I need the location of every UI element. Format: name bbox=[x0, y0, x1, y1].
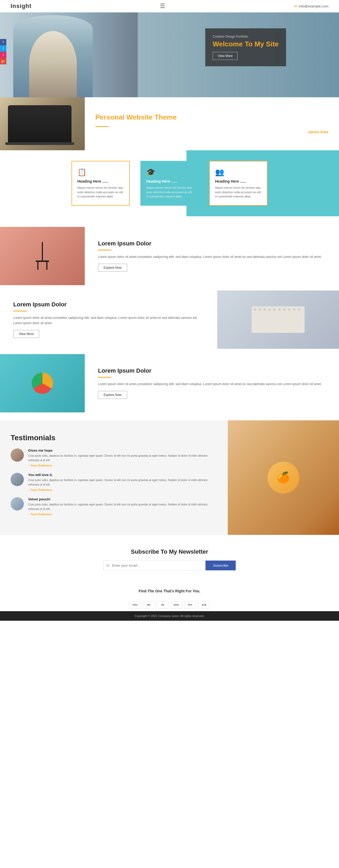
newsletter-email-input[interactable] bbox=[104, 561, 205, 570]
newsletter-subscribe-button[interactable]: Subscribe bbox=[205, 561, 236, 570]
payment-visa: VISA bbox=[129, 601, 141, 609]
feature-heading-2: Heading Here ...... bbox=[146, 179, 193, 183]
feature-text-3: Itaque earum rerum hic tenetur aqu iusto… bbox=[215, 186, 262, 199]
feature-card-2: 🎓 Heading Here ...... Itaque earum rerum… bbox=[140, 161, 199, 206]
newsletter-input-wrap: ✉ bbox=[103, 561, 205, 570]
header-email: ✉ info@example.com bbox=[294, 4, 329, 9]
view-more-button-2[interactable]: View More bbox=[13, 330, 39, 338]
content-image-1 bbox=[0, 227, 85, 285]
testimonials-right-image: 🍊 bbox=[228, 420, 339, 535]
ball-illustration bbox=[32, 373, 53, 394]
hero-title: Welcome To My Site bbox=[213, 40, 279, 48]
content-desc-3: Lorem ipsum dolor sit amet,consetetur sa… bbox=[98, 381, 326, 387]
content-block-3: Lorem Ipsum Dolor Lorem ipsum dolor sit … bbox=[0, 354, 339, 412]
footer-copyright: Copyright © 2021 Company name. All right… bbox=[0, 611, 339, 621]
feature-card-3: 👥 Heading Here ...... Itaque earum rerum… bbox=[209, 161, 268, 206]
content-image-3 bbox=[0, 354, 85, 412]
features-section: 📋 Heading Here ...... Itaque earum rerum… bbox=[0, 150, 339, 216]
feature-text-2: Itaque earum rerum hic tenetur aqu iusto… bbox=[146, 186, 193, 199]
content-text-2: Lorem Ipsum Dolor Lorem ipsum dolor sit … bbox=[0, 293, 217, 346]
personal-section: Personal Website Theme James Kate bbox=[0, 97, 339, 150]
features-inner: 📋 Heading Here ...... Itaque earum rerum… bbox=[0, 150, 339, 216]
twitter-icon[interactable]: t bbox=[0, 45, 6, 52]
laptop-base bbox=[5, 142, 74, 145]
feature-heading-1: Heading Here ...... bbox=[77, 179, 124, 183]
menu-icon[interactable]: ☰ bbox=[160, 3, 165, 9]
content-title-3: Lorem Ipsum Dolor bbox=[98, 367, 326, 374]
personal-content: Personal Website Theme James Kate bbox=[85, 97, 339, 150]
newsletter-title: Subscribe To My Newsletter bbox=[10, 548, 329, 555]
testimonial-content-3: Velvet pouch! Cras justo odio, dapibus a… bbox=[28, 497, 217, 516]
testimonial-content-1: Gives me hope Cras justo odio, dapibus a… bbox=[28, 448, 217, 467]
instagram-icon[interactable]: i bbox=[0, 52, 6, 58]
hero-view-more-button[interactable]: View More bbox=[213, 52, 238, 60]
content-block-2: Lorem Ipsum Dolor Lorem ipsum dolor sit … bbox=[0, 290, 339, 349]
testimonial-author-3: ~ Yayo Dubismus bbox=[28, 513, 217, 516]
header: Insight ☰ ✉ info@example.com bbox=[0, 0, 339, 12]
payment-paypal: PAY bbox=[184, 601, 196, 609]
newsletter-section: Subscribe To My Newsletter ✉ Subscribe bbox=[0, 535, 339, 584]
testimonial-name-1: Gives me hope bbox=[28, 448, 217, 453]
payment-mc: MC bbox=[143, 601, 155, 609]
mail-icon: ✉ bbox=[106, 563, 109, 568]
explore-now-button-1[interactable]: Explore Now bbox=[98, 264, 127, 272]
testimonial-item-1: Gives me hope Cras justo odio, dapibus a… bbox=[10, 448, 217, 467]
testimonial-author-2: ~ Yayo Dubismus bbox=[28, 488, 217, 491]
content-text-1: Lorem Ipsum Dolor Lorem ipsum dolor sit … bbox=[85, 232, 339, 280]
hero-banner: f t i g+ Creative Design Portfolio. Welc… bbox=[0, 12, 339, 97]
chair-back bbox=[42, 242, 43, 260]
desk-illustration bbox=[217, 290, 339, 349]
feature-text-1: Itaque earum rerum hic tenetur aqu iusto… bbox=[77, 186, 124, 199]
feature-icon-3: 👥 bbox=[215, 168, 262, 177]
content-block-1: Lorem Ipsum Dolor Lorem ipsum dolor sit … bbox=[0, 227, 339, 285]
social-sidebar: f t i g+ bbox=[0, 39, 6, 64]
logo: Insight bbox=[10, 3, 32, 9]
personal-divider bbox=[95, 126, 109, 127]
content-divider-1 bbox=[98, 250, 111, 250]
avatar-3 bbox=[10, 497, 24, 510]
testimonial-item-3: Velvet pouch! Cras justo odio, dapibus a… bbox=[10, 497, 217, 516]
googleplus-icon[interactable]: g+ bbox=[0, 58, 6, 64]
content-divider-3 bbox=[98, 377, 111, 378]
payment-disc: DISC bbox=[171, 601, 182, 609]
keyboard-shape bbox=[251, 306, 305, 333]
testimonial-name-3: Velvet pouch! bbox=[28, 497, 217, 501]
testimonial-text-2: Cras justo odio, dapibus ac facilisis in… bbox=[28, 478, 217, 487]
feature-icon-1: 📋 bbox=[77, 168, 124, 177]
footer-payments: VISA MC AE DISC PAY JCB bbox=[0, 598, 339, 611]
payment-ae: AE bbox=[157, 601, 168, 609]
content-desc-1: Lorem ipsum dolor sit amet,consetetur sa… bbox=[98, 254, 326, 259]
newsletter-form: ✉ Subscribe bbox=[103, 561, 236, 570]
testimonial-name-2: You will love it. bbox=[28, 473, 217, 477]
feature-icon-2: 🎓 bbox=[146, 168, 193, 177]
avatar-2 bbox=[10, 473, 24, 486]
laptop-screen bbox=[8, 105, 71, 142]
explore-now-button-3[interactable]: Explore Now bbox=[98, 391, 127, 399]
chair-legs bbox=[37, 262, 47, 270]
testimonials-left: Testimonials Gives me hope Cras justo od… bbox=[0, 420, 228, 535]
content-title-2: Lorem Ipsum Dolor bbox=[13, 301, 204, 308]
testimonial-text-1: Cras justo odio, dapibus ac facilisis in… bbox=[28, 454, 217, 463]
testimonials-title: Testimonials bbox=[10, 434, 217, 442]
content-divider-2 bbox=[13, 311, 27, 311]
avatar-1 bbox=[10, 448, 24, 462]
hero-person-image bbox=[0, 12, 138, 97]
feature-heading-3: Heading Here ...... bbox=[215, 179, 262, 183]
content-image-2 bbox=[217, 290, 339, 349]
email-address: info@example.com bbox=[299, 4, 329, 8]
hero-section: f t i g+ Creative Design Portfolio. Welc… bbox=[0, 12, 339, 97]
chair-illustration bbox=[36, 242, 49, 270]
facebook-icon[interactable]: f bbox=[0, 39, 6, 45]
personal-author: James Kate bbox=[308, 130, 329, 134]
testimonials-section: Testimonials Gives me hope Cras justo od… bbox=[0, 420, 339, 535]
content-title-1: Lorem Ipsum Dolor bbox=[98, 240, 326, 247]
hero-subtitle: Creative Design Portfolio. bbox=[213, 35, 279, 38]
orange-illustration: 🍊 bbox=[268, 462, 299, 494]
drink-image: 🍊 bbox=[228, 420, 339, 535]
testimonial-text-3: Cras justo odio, dapibus ac facilisis in… bbox=[28, 502, 217, 512]
hero-overlay: Creative Design Portfolio. Welcome To My… bbox=[205, 28, 286, 66]
footer-tagline: Find The One That's Right For You. bbox=[0, 584, 339, 598]
testimonial-content-2: You will love it. Cras justo odio, dapib… bbox=[28, 473, 217, 491]
personal-title: Personal Website Theme bbox=[95, 113, 329, 121]
email-icon: ✉ bbox=[294, 4, 297, 9]
